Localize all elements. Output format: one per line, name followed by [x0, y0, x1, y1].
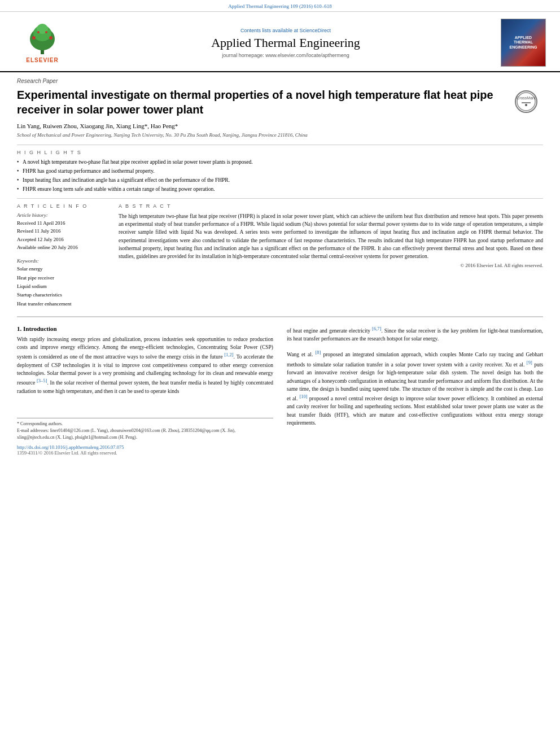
- revised-date: Revised 11 July 2016: [17, 227, 107, 235]
- main-content: Research Paper CrossMark Experimental in…: [0, 72, 560, 467]
- journal-citation: Applied Thermal Engineering 109 (2016) 6…: [228, 3, 332, 9]
- svg-point-6: [37, 31, 40, 33]
- keywords-label: Keywords:: [17, 258, 107, 264]
- elsevier-wordmark: ELSEVIER: [26, 57, 58, 63]
- journal-header: ELSEVIER Contents lists available at Sci…: [0, 12, 560, 72]
- ref-1-2: [1,2]: [224, 352, 233, 357]
- highlight-item-3: Input heating flux and inclination angle…: [17, 177, 543, 184]
- article-info-col: A R T I C L E I N F O Article history: R…: [17, 203, 107, 308]
- ref-8: [8]: [315, 350, 321, 355]
- page: Applied Thermal Engineering 109 (2016) 6…: [0, 0, 560, 747]
- ref-9: [9]: [527, 360, 532, 365]
- keyword-3: Liquid sodium: [17, 282, 107, 291]
- issn-line: 1359-4311/© 2016 Elsevier Ltd. All right…: [17, 450, 273, 456]
- keyword-4: Startup characteristics: [17, 291, 107, 299]
- doi-text: http://dx.doi.org/10.1016/j.applthermale…: [17, 444, 124, 450]
- article-info-heading: A R T I C L E I N F O: [17, 203, 107, 209]
- available-date: Available online 20 July 2016: [17, 243, 107, 251]
- received-date: Received 11 April 2016: [17, 219, 107, 227]
- journal-cover-area: APPLIEDTHERMALENGINEERING: [498, 19, 549, 67]
- highlight-item-2: FHPR has good startup performance and is…: [17, 168, 543, 175]
- crossmark-area: CrossMark: [515, 90, 543, 113]
- divider-1: [17, 145, 543, 145]
- intro-number: 1: [17, 325, 20, 332]
- svg-point-10: [525, 104, 527, 106]
- journal-cover-image: APPLIEDTHERMALENGINEERING: [501, 19, 546, 67]
- svg-point-4: [32, 36, 36, 40]
- intro-title: 1. Introduction: [17, 325, 273, 332]
- elsevier-logo-area: ELSEVIER: [11, 22, 73, 63]
- intro-heading: Introduction: [23, 325, 57, 332]
- divider-2: [17, 198, 543, 199]
- intro-para-2: of heat engine and generate electricity …: [287, 325, 543, 343]
- highlights-section: H I G H L I G H T S A novel high tempera…: [17, 150, 543, 194]
- abstract-heading: A B S T R A C T: [119, 203, 543, 209]
- svg-point-8: [517, 93, 535, 111]
- email-footnote: E-mail addresses: liner01404@126.com (L.…: [17, 427, 273, 441]
- abstract-col: A B S T R A C T The high temperature two…: [119, 203, 543, 308]
- article-history-block: Article history: Received 11 April 2016 …: [17, 212, 107, 252]
- footnote-area: * Corresponding authors. E-mail addresse…: [17, 418, 273, 441]
- highlight-item-1: A novel high temperature two-phase flat …: [17, 159, 543, 166]
- abstract-text: The high temperature two-phase flat heat…: [119, 212, 543, 261]
- history-label: Article history:: [17, 212, 107, 218]
- journal-homepage: journal homepage: www.elsevier.com/locat…: [73, 53, 498, 58]
- elsevier-tree-icon: [17, 22, 68, 56]
- affiliation-text: School of Mechanical and Power Engineeri…: [17, 132, 543, 139]
- ref-3-5: [3–5]: [37, 378, 47, 383]
- keywords-block: Keywords: Solar energy Heat pipe receive…: [17, 258, 107, 308]
- article-info-abstract-area: A R T I C L E I N F O Article history: R…: [17, 203, 543, 308]
- article-title: Experimental investigate on thermal prop…: [17, 88, 543, 117]
- ref-6-7: [6,7]: [372, 326, 381, 331]
- intro-para-3: Wang et al. [8] proposed an integrated s…: [287, 349, 543, 427]
- body-divider: [17, 316, 543, 317]
- journal-title: Applied Thermal Engineering: [73, 36, 498, 50]
- svg-point-5: [49, 36, 53, 40]
- intro-para-1: With rapidly increasing energy prices an…: [17, 335, 273, 395]
- svg-point-7: [45, 31, 47, 33]
- keyword-1: Solar energy: [17, 265, 107, 273]
- cover-title: APPLIEDTHERMALENGINEERING: [509, 36, 537, 50]
- article-type-label: Research Paper: [17, 78, 543, 84]
- copyright-line: © 2016 Elsevier Ltd. All rights reserved…: [119, 263, 543, 268]
- doi-line[interactable]: http://dx.doi.org/10.1016/j.applthermale…: [17, 444, 273, 450]
- highlight-item-4: FHPR ensure long term safe and stable wi…: [17, 186, 543, 193]
- ref-10: [10]: [299, 394, 307, 399]
- keyword-2: Heat pipe receiver: [17, 274, 107, 282]
- sciencedirect-link[interactable]: ScienceDirect: [300, 28, 331, 33]
- body-section: 1. Introduction With rapidly increasing …: [17, 325, 543, 456]
- body-left-col: 1. Introduction With rapidly increasing …: [17, 325, 273, 456]
- crossmark-icon: CrossMark: [515, 90, 537, 113]
- article-title-area: CrossMark Experimental investigate on th…: [17, 88, 543, 117]
- sciencedirect-text: Contents lists available at ScienceDirec…: [73, 28, 498, 33]
- highlights-heading: H I G H L I G H T S: [17, 150, 543, 155]
- journal-citation-bar: Applied Thermal Engineering 109 (2016) 6…: [0, 0, 560, 12]
- accepted-date: Accepted 12 July 2016: [17, 235, 107, 243]
- svg-text:CrossMark: CrossMark: [517, 96, 536, 100]
- authors-text: Lin Yang, Ruiwen Zhou, Xiaogang Jin, Xia…: [17, 123, 178, 129]
- body-right-col: of heat engine and generate electricity …: [287, 325, 543, 456]
- authors-line: Lin Yang, Ruiwen Zhou, Xiaogang Jin, Xia…: [17, 123, 543, 129]
- corresponding-label: * Corresponding authors.: [17, 421, 273, 427]
- keyword-5: Heat transfer enhancement: [17, 300, 107, 308]
- journal-title-area: Contents lists available at ScienceDirec…: [73, 28, 498, 58]
